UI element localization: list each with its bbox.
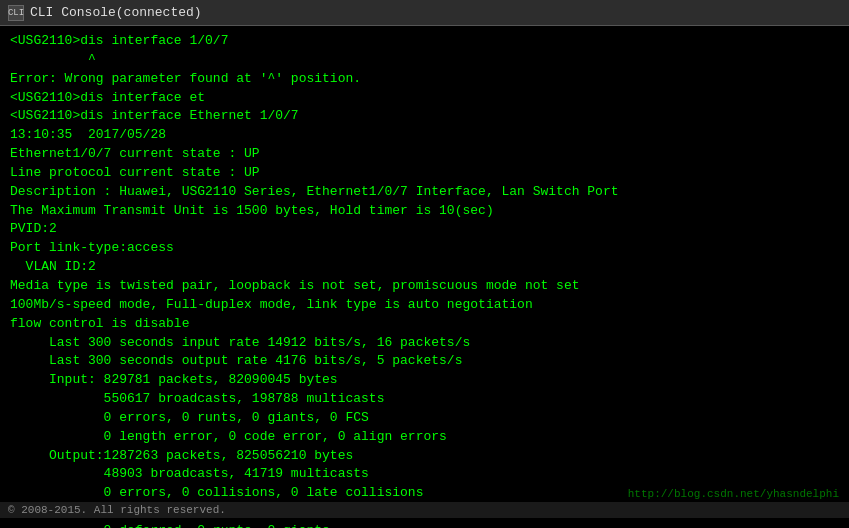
console-line: VLAN ID:2 bbox=[10, 258, 839, 277]
console-line: Output:1287263 packets, 825056210 bytes bbox=[10, 447, 839, 466]
console-line: Input: 829781 packets, 82090045 bytes bbox=[10, 371, 839, 390]
app-icon: CLI bbox=[8, 5, 24, 21]
console-line: 48903 broadcasts, 41719 multicasts bbox=[10, 465, 839, 484]
console-line: Last 300 seconds input rate 14912 bits/s… bbox=[10, 334, 839, 353]
console-line: PVID:2 bbox=[10, 220, 839, 239]
console-line: Description : Huawei, USG2110 Series, Et… bbox=[10, 183, 839, 202]
console-output: <USG2110>dis interface 1/0/7 ^Error: Wro… bbox=[10, 32, 839, 528]
console-line: flow control is disable bbox=[10, 315, 839, 334]
title-bar-text: CLI Console(connected) bbox=[30, 5, 202, 20]
console-line: Media type is twisted pair, loopback is … bbox=[10, 277, 839, 296]
console-line: <USG2110>dis interface 1/0/7 bbox=[10, 32, 839, 51]
console-line: Ethernet1/0/7 current state : UP bbox=[10, 145, 839, 164]
console-line: 0 errors, 0 runts, 0 giants, 0 FCS bbox=[10, 409, 839, 428]
console-line: 550617 broadcasts, 198788 multicasts bbox=[10, 390, 839, 409]
console-line: ^ bbox=[10, 51, 839, 70]
console-line: The Maximum Transmit Unit is 1500 bytes,… bbox=[10, 202, 839, 221]
console-line: <USG2110>dis interface et bbox=[10, 89, 839, 108]
title-bar: CLI CLI Console(connected) bbox=[0, 0, 849, 26]
console-area[interactable]: <USG2110>dis interface 1/0/7 ^Error: Wro… bbox=[0, 26, 849, 528]
console-line: Error: Wrong parameter found at '^' posi… bbox=[10, 70, 839, 89]
footer-copy: © 2008-2015. All rights reserved. bbox=[0, 502, 849, 518]
console-line: Line protocol current state : UP bbox=[10, 164, 839, 183]
console-line: 0 deferred, 0 runts, 0 giants bbox=[10, 522, 839, 528]
console-line: <USG2110>dis interface Ethernet 1/0/7 bbox=[10, 107, 839, 126]
console-line: Last 300 seconds output rate 4176 bits/s… bbox=[10, 352, 839, 371]
console-line: Port link-type:access bbox=[10, 239, 839, 258]
console-line: 13:10:35 2017/05/28 bbox=[10, 126, 839, 145]
console-line: 0 length error, 0 code error, 0 align er… bbox=[10, 428, 839, 447]
console-line: 100Mb/s-speed mode, Full-duplex mode, li… bbox=[10, 296, 839, 315]
footer-url: http://blog.csdn.net/yhasndelphi bbox=[628, 488, 839, 500]
